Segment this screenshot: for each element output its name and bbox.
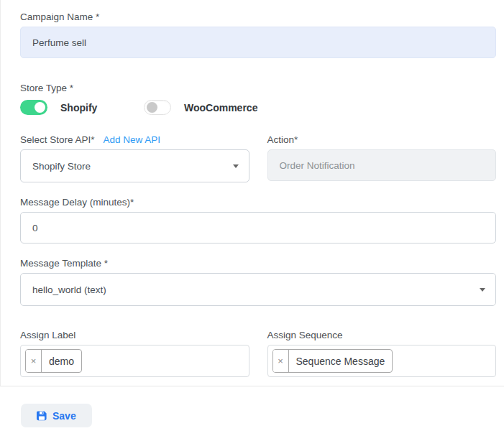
assign-label-input[interactable]: × demo [20, 345, 249, 377]
store-api-label: Select Store API* [20, 134, 95, 145]
campaign-name-label: Campaign Name * [20, 11, 496, 22]
assign-sequence-input[interactable]: × Sequence Message [267, 345, 497, 377]
form-footer: Save [0, 386, 504, 427]
store-type-group: Store Type * Shopify WooCommerce [20, 83, 496, 115]
store-api-select[interactable]: Shopify Store [20, 149, 249, 182]
tag-chip: × Sequence Message [272, 349, 393, 373]
shopify-toggle-group: Shopify [20, 100, 144, 115]
shopify-toggle[interactable] [20, 100, 47, 115]
message-delay-input[interactable] [20, 212, 496, 243]
message-template-selected-value: hello_world (text) [32, 284, 106, 295]
store-api-selected-value: Shopify Store [32, 161, 91, 172]
tag-chip: × demo [25, 349, 82, 373]
store-type-toggles: Shopify WooCommerce [20, 100, 496, 115]
action-label: Action* [267, 134, 497, 145]
tag-text: Sequence Message [289, 350, 393, 372]
save-button[interactable]: Save [21, 404, 92, 427]
woocommerce-toggle[interactable] [144, 100, 171, 115]
toggle-knob [35, 102, 45, 113]
chevron-down-icon [233, 164, 239, 168]
tag-text: demo [42, 350, 81, 372]
store-api-group: Select Store API* Add New API Shopify St… [20, 134, 249, 182]
shopify-toggle-label: Shopify [60, 102, 97, 113]
message-template-label: Message Template * [20, 258, 496, 269]
save-button-label: Save [52, 410, 76, 422]
remove-tag-icon[interactable]: × [273, 350, 289, 372]
assign-label-group: Assign Label × demo [20, 330, 249, 377]
save-disk-icon [37, 411, 47, 421]
woocommerce-toggle-label: WooCommerce [184, 102, 257, 113]
message-delay-label: Message Delay (minutes)* [20, 197, 496, 208]
toggle-knob [147, 102, 157, 113]
assign-sequence-label: Assign Sequence [267, 330, 497, 340]
add-new-api-link[interactable]: Add New API [104, 134, 161, 145]
assign-label-label: Assign Label [20, 330, 249, 340]
campaign-form-card: Campaign Name * Store Type * Shopify Woo… [0, 0, 504, 436]
action-input [267, 149, 497, 181]
woocommerce-toggle-group: WooCommerce [144, 100, 257, 115]
message-delay-group: Message Delay (minutes)* [20, 197, 496, 243]
campaign-form-body: Campaign Name * Store Type * Shopify Woo… [0, 0, 504, 386]
remove-tag-icon[interactable]: × [26, 350, 42, 372]
message-template-group: Message Template * hello_world (text) [20, 258, 496, 306]
store-type-label: Store Type * [20, 83, 496, 93]
campaign-name-input[interactable] [20, 27, 496, 58]
assign-sequence-group: Assign Sequence × Sequence Message [267, 330, 497, 377]
chevron-down-icon [480, 288, 485, 292]
api-action-row: Select Store API* Add New API Shopify St… [20, 134, 496, 182]
campaign-name-group: Campaign Name * [20, 11, 496, 58]
action-group: Action* [267, 134, 497, 182]
assign-row: Assign Label × demo Assign Sequence × Se… [20, 330, 496, 377]
message-template-select[interactable]: hello_world (text) [20, 273, 496, 306]
